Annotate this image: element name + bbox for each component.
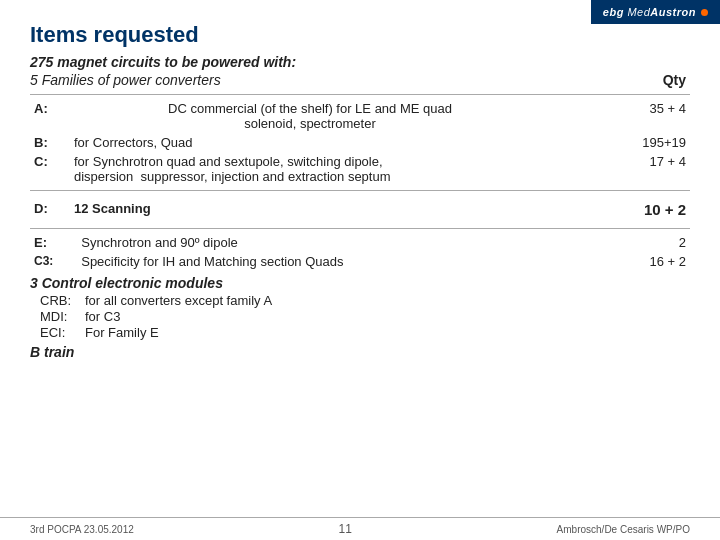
eci-label: ECI: <box>40 325 85 340</box>
mdi-label: MDI: <box>40 309 85 324</box>
row-c3-qty: 16 + 2 <box>550 252 690 271</box>
row-d-desc: 12 Scanning <box>70 195 550 224</box>
footer-right: Ambrosch/De Cesaris WP/PO <box>557 524 690 535</box>
separator-after-d <box>30 228 690 229</box>
page-title: Items requested <box>30 22 690 48</box>
row-c-label: C: <box>30 152 70 186</box>
table-row: A: DC commercial (of the shelf) for LE a… <box>30 99 690 133</box>
crb-list: CRB: for all converters except family A … <box>40 293 690 340</box>
row-e-label: E: <box>30 233 70 252</box>
qty-header: Qty <box>663 72 686 88</box>
row-c3-label: C3: <box>30 252 70 271</box>
separator-mid <box>30 190 690 191</box>
row-a-label: A: <box>30 99 70 133</box>
crb-desc: for all converters except family A <box>85 293 272 308</box>
page: ebg MedAustron Items requested 275 magne… <box>0 0 720 540</box>
row-a-qty: 35 + 4 <box>550 99 690 133</box>
items-table: A: DC commercial (of the shelf) for LE a… <box>30 99 690 186</box>
table-row: E: Synchrotron and 90º dipole 2 <box>30 233 690 252</box>
b-train-label: B train <box>30 344 690 360</box>
row-a-desc: DC commercial (of the shelf) for LE and … <box>70 99 550 133</box>
row-d-label: D: <box>30 195 70 224</box>
footer-left: 3rd POCPA 23.05.2012 <box>30 524 134 535</box>
list-item: ECI: For Family E <box>40 325 690 340</box>
row-b-qty: 195+19 <box>550 133 690 152</box>
logo-text: ebg MedAustron <box>603 6 696 18</box>
families-header: 5 Families of power converters Qty <box>30 72 690 88</box>
row-d-table: D: 12 Scanning 10 + 2 <box>30 195 690 224</box>
subtitle: 275 magnet circuits to be powered with: <box>30 54 690 70</box>
table-row: B: for Correctors, Quad 195+19 <box>30 133 690 152</box>
row-e-desc: Synchrotron and 90º dipole <box>70 233 550 252</box>
eci-desc: For Family E <box>85 325 159 340</box>
table-row: C3: Specificity for IH and Matching sect… <box>30 252 690 271</box>
row-b-label: B: <box>30 133 70 152</box>
mdi-desc: for C3 <box>85 309 120 324</box>
logo-area: ebg MedAustron <box>591 0 720 24</box>
list-item: CRB: for all converters except family A <box>40 293 690 308</box>
rows-ec3-table: E: Synchrotron and 90º dipole 2 C3: Spec… <box>30 233 690 271</box>
row-c3-desc: Specificity for IH and Matching section … <box>70 252 550 271</box>
control-modules-title: 3 Control electronic modules <box>30 275 690 291</box>
footer-page-num: 11 <box>339 522 352 536</box>
logo-dot <box>701 9 708 16</box>
separator-top <box>30 94 690 95</box>
row-e-qty: 2 <box>550 233 690 252</box>
crb-label: CRB: <box>40 293 85 308</box>
families-label: 5 Families of power converters <box>30 72 221 88</box>
table-row: D: 12 Scanning 10 + 2 <box>30 195 690 224</box>
table-row: C: for Synchrotron quad and sextupole, s… <box>30 152 690 186</box>
row-c-qty: 17 + 4 <box>550 152 690 186</box>
list-item: MDI: for C3 <box>40 309 690 324</box>
row-c-desc: for Synchrotron quad and sextupole, swit… <box>70 152 550 186</box>
footer: 3rd POCPA 23.05.2012 11 Ambrosch/De Cesa… <box>0 517 720 540</box>
row-b-desc: for Correctors, Quad <box>70 133 550 152</box>
row-d-qty: 10 + 2 <box>550 195 690 224</box>
